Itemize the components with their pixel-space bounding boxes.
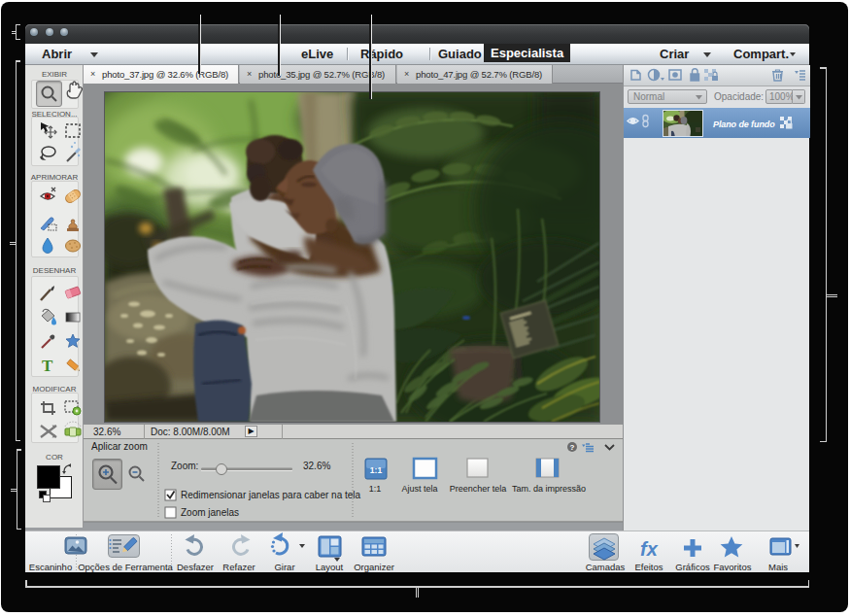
svg-text:T: T (42, 357, 53, 375)
svg-text:1:1: 1:1 (370, 465, 383, 475)
svg-text:?: ? (570, 443, 575, 452)
svg-text:fx: fx (640, 538, 659, 560)
